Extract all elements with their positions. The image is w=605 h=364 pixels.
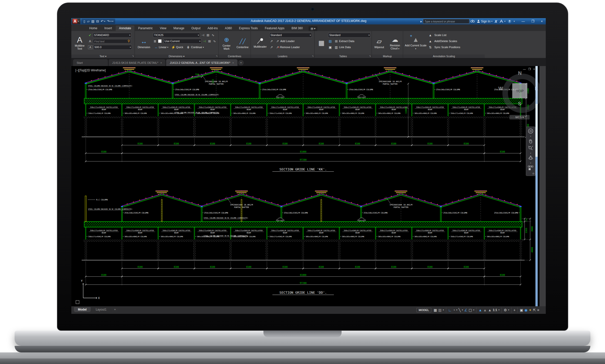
file-tab-start[interactable]: Start <box>73 59 108 66</box>
extract-data-button[interactable]: ⊞ Extract Data <box>333 39 355 43</box>
autoscale-icon[interactable]: ▲ <box>483 307 487 313</box>
showmotion-icon[interactable] <box>528 165 534 171</box>
centerline-button[interactable]: ╱╱ Centerline <box>236 32 250 54</box>
grid-display-icon[interactable]: ▥ <box>438 307 441 313</box>
search-go-icon[interactable]: ▸ <box>420 20 422 23</box>
isodraft-icon[interactable]: ╲ <box>459 307 461 313</box>
ortho-icon[interactable]: ∟ <box>448 307 452 313</box>
scrollbar-thumb[interactable] <box>535 104 538 157</box>
settings-gear-icon[interactable]: ⚙ <box>504 307 507 313</box>
link-data-button[interactable]: ▥ Link Data <box>333 45 352 49</box>
ribbon-tab-insert[interactable]: Insert <box>101 25 115 31</box>
ribbon-tab-annotate[interactable]: Annotate <box>116 25 134 31</box>
viewcube-north[interactable]: N <box>518 70 522 76</box>
ribbon-tab-bim-360[interactable]: BIM 360 <box>288 25 306 31</box>
customization-icon[interactable]: ≡ <box>537 307 539 313</box>
viewcube-south[interactable]: S <box>518 101 521 107</box>
leaders-panel-launcher-icon[interactable]: ↘ <box>312 54 314 58</box>
file-tab-base-plate[interactable]: J1413-SK16 BASE PLATE DETAIL*× <box>109 59 165 66</box>
dim-update-icon[interactable]: ⊣ <box>202 39 206 43</box>
ribbon-tab-output[interactable]: Output <box>188 25 204 31</box>
continue-dimension-button[interactable]: ⋕ Continue▾ <box>185 45 205 49</box>
viewcube-west[interactable]: W <box>498 86 503 92</box>
viewcube-top-face[interactable]: TOP <box>512 83 527 98</box>
table-style-select[interactable]: Standard▾ <box>328 33 371 38</box>
pan-icon[interactable] <box>528 138 533 144</box>
new-layout-button[interactable]: + <box>111 307 118 312</box>
find-magnifier-icon[interactable]: ⚲ <box>127 39 131 43</box>
annotation-scale-icon[interactable]: ▲ <box>488 307 492 313</box>
layout1-tab[interactable]: Layout1 <box>92 307 111 312</box>
dim-override-icon[interactable]: ∿ <box>213 39 217 43</box>
ribbon-tab-a360[interactable]: A360 <box>222 25 235 31</box>
table-button[interactable]: ▦ <box>316 32 327 54</box>
add-icon[interactable]: + <box>513 307 516 313</box>
search-input[interactable] <box>423 19 469 24</box>
file-tab-steelwork[interactable]: J1413-2 GENERAL A...ENT OF STEELWORK*× <box>166 59 237 66</box>
clean-screen-icon[interactable]: ⇱ <box>533 307 536 313</box>
revision-cloud-button[interactable]: ☁ Revision Cloud ▾ <box>388 32 402 54</box>
zoom-icon[interactable] <box>528 145 533 151</box>
annotation-visibility-icon[interactable]: ▲ <box>478 307 482 313</box>
performance-icon[interactable]: ✦ <box>529 307 532 313</box>
drawing-canvas[interactable]: 8100810081008100810081008100810081008100… <box>71 66 539 306</box>
multileader-style-select[interactable]: Standard▾ <box>269 33 312 38</box>
scale-list-button[interactable]: Scale List <box>433 34 447 37</box>
ribbon-tab-featured-apps[interactable]: Featured Apps <box>262 25 288 31</box>
grid-menu-icon[interactable]: ▾ <box>443 307 444 313</box>
dimensions-panel-launcher-icon[interactable]: ↘ <box>216 54 218 58</box>
text-height-select[interactable]: 500.0▾ <box>94 45 132 50</box>
add-delete-scales-button[interactable]: Add/Delete Scales <box>433 40 458 43</box>
viewport-minimize-icon[interactable]: — <box>523 68 526 71</box>
a360-icon[interactable]: ▾ <box>499 20 505 23</box>
viewport-label[interactable]: [−][Top][2D Wireframe] <box>75 69 106 72</box>
text-panel-launcher-icon[interactable]: ↘ <box>132 54 134 58</box>
find-text-input[interactable] <box>93 39 131 43</box>
isolate-objects-icon[interactable]: ▣ <box>520 307 523 313</box>
sign-in-button[interactable]: Sign In ▾ <box>477 20 492 23</box>
sync-scale-positions-button[interactable]: Sync Scale Positions <box>433 46 461 49</box>
object-snap-menu-icon[interactable]: ▾ <box>473 307 474 313</box>
ribbon-tab-view[interactable]: View <box>157 25 170 31</box>
viewport-close-icon[interactable]: × <box>533 68 535 71</box>
scale-menu-icon[interactable]: ▾ <box>498 307 499 313</box>
text-style-select[interactable]: STANDARD▾ <box>93 33 131 38</box>
ribbon-tab-express-tools[interactable]: Express Tools <box>236 25 261 31</box>
object-snap-tracking-icon[interactable]: ∠ <box>464 307 467 313</box>
object-snap-icon[interactable]: ▢ <box>469 307 472 313</box>
close-tab-icon[interactable]: × <box>160 61 162 64</box>
navbar-collapse-icon[interactable]: ⊖ <box>532 172 534 175</box>
exchange-apps-icon[interactable]: X <box>495 19 497 23</box>
close-button[interactable]: × <box>541 19 543 23</box>
tables-panel-launcher-icon[interactable]: ↘ <box>369 54 371 58</box>
quick-dimension-button[interactable]: ⚡ Quick <box>170 45 184 49</box>
add-current-scale-button[interactable]: ▲ + Add Current Scale ▾ <box>404 32 427 54</box>
ribbon-display-menu[interactable]: ▤ ▾ <box>309 26 317 31</box>
help-icon[interactable]: ? <box>508 19 511 23</box>
viewport-restore-icon[interactable]: ❐ <box>528 68 531 71</box>
polar-tracking-icon[interactable]: ◔ <box>453 307 455 313</box>
dim-reassociate-icon[interactable]: ⊞ <box>207 39 211 43</box>
check-spelling-icon[interactable]: ✔ <box>88 33 92 37</box>
orbit-icon[interactable] <box>528 155 533 161</box>
dim-layer-select[interactable]: Use Current▾ <box>164 39 201 44</box>
wcs-menu[interactable]: WCS ▾ <box>509 115 530 119</box>
vertical-scrollbar[interactable] <box>535 66 538 306</box>
scale-value[interactable]: 1:1 <box>493 307 497 313</box>
add-leader-button[interactable]: ↗ Add Leader <box>275 39 296 43</box>
ribbon-tab-manage[interactable]: Manage <box>170 25 188 31</box>
dim-adjust-space-icon[interactable]: ⊞ <box>206 33 210 37</box>
polar-menu-icon[interactable]: ▾ <box>456 307 457 313</box>
ribbon-tab-parametric[interactable]: Parametric <box>135 25 156 31</box>
restore-button[interactable]: ❐ <box>531 19 534 23</box>
ribbon-tab-home[interactable]: Home <box>86 25 101 31</box>
dim-jog-line-icon[interactable]: ∿ <box>211 33 215 37</box>
multiline-text-button[interactable]: A Multiline Text <box>72 32 87 54</box>
snap-grid-icon[interactable]: ▦ <box>434 307 437 313</box>
navigation-wheel-icon[interactable] <box>528 128 534 134</box>
model-tab[interactable]: Model <box>74 307 91 312</box>
search-binoculars-icon[interactable] <box>470 19 475 24</box>
new-drawing-tab-button[interactable]: + <box>238 60 244 66</box>
model-space-toggle[interactable]: MODEL <box>416 308 432 312</box>
dim-break-icon[interactable]: ⊣ <box>201 33 205 37</box>
